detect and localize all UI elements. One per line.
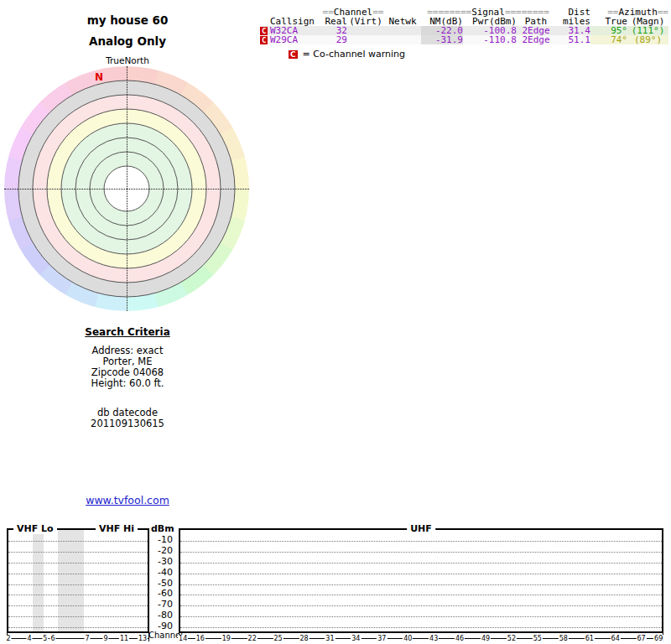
dbm-tick-label: -40 — [158, 568, 173, 578]
search-criteria-line: Height: 60.0 ft. — [52, 378, 203, 389]
station-row-1-magn: (89°) — [627, 35, 668, 44]
gridline--70dbm — [8, 605, 148, 606]
dbm-tick-label: -60 — [158, 589, 173, 599]
channel-tick-28: 28 — [299, 635, 309, 642]
vhf-lo-label: VHF Lo — [13, 523, 57, 534]
station-row-1-nm: -31.9 — [421, 35, 463, 44]
station-row-1-miles: 51.1 — [555, 35, 590, 44]
gridline--90dbm — [8, 627, 148, 628]
station-row-1-badge: C — [260, 35, 270, 44]
gridline--30dbm — [8, 563, 148, 564]
channel-axis-title: Channel — [148, 631, 179, 640]
station-row-1-pwr: -110.8 — [463, 35, 517, 44]
gridline--80dbm — [180, 616, 662, 617]
channel-tick-61: 61 — [585, 635, 595, 642]
channel-tick-13: 13 — [138, 635, 148, 642]
gridline--50dbm — [8, 584, 148, 585]
vhf-hi-label: VHF Hi — [96, 523, 138, 534]
page-title: my house 60 — [52, 13, 203, 27]
channel-tick-46: 46 — [455, 635, 465, 642]
channel-tick-11: 11 — [119, 635, 129, 642]
channel-tick-16: 16 — [195, 635, 205, 642]
dbm-tick-label: -50 — [158, 579, 173, 589]
dbm-tick-label: -10 — [158, 535, 173, 545]
db-datecode: db datecode 201109130615 — [52, 408, 203, 429]
uhf-label: UHF — [407, 523, 435, 534]
channel-tick-67: 67 — [636, 635, 646, 642]
gridline--30dbm — [180, 563, 662, 564]
channel-tick-4: 4 — [26, 635, 32, 642]
channel-tick-2: 2 — [5, 635, 11, 642]
uhf-chart-panel: UHF — [179, 528, 663, 633]
station-row-1-real: 29 — [322, 35, 347, 44]
uhf-channel-axis: 1416192225283134374043464952555861646769 — [179, 633, 663, 644]
gridline--90dbm — [180, 627, 662, 628]
dbm-tick-label: -30 — [158, 557, 173, 567]
station-row-0-virt — [347, 26, 384, 35]
true-north-label: TrueNorth — [52, 55, 203, 65]
gridline--60dbm — [8, 595, 148, 595]
station-table: ==Channel== ========Signal======== Dist … — [260, 8, 668, 44]
gridline--20dbm — [180, 552, 662, 553]
channel-tick-14: 14 — [178, 635, 188, 642]
channel-tick-7: 7 — [85, 635, 91, 642]
channel-tick-58: 58 — [559, 635, 569, 642]
gridline--70dbm — [180, 605, 662, 606]
tvfool-link[interactable]: www.tvfool.com — [86, 494, 169, 506]
station-row-0-netwk — [384, 26, 421, 35]
channel-tick-43: 43 — [429, 635, 439, 642]
vhf-channel-axis: 2456791113 — [7, 633, 149, 644]
co-channel-legend-text: = Co-channel warning — [303, 49, 405, 60]
gridline--20dbm — [8, 552, 148, 553]
gridline--40dbm — [8, 574, 148, 574]
channel-tick-37: 37 — [377, 635, 387, 642]
channel-tick-34: 34 — [351, 635, 361, 642]
channel-tick-22: 22 — [247, 635, 257, 642]
co-channel-legend: C= Co-channel warning — [289, 49, 405, 60]
station-row-1-netwk — [384, 35, 421, 44]
table-spacer — [260, 17, 270, 26]
channel-tick-31: 31 — [325, 635, 335, 642]
dbm-tick-label: -70 — [158, 600, 173, 610]
co-channel-warning-badge: C — [260, 36, 268, 44]
gridline--80dbm — [8, 616, 148, 617]
dbm-axis-ticks: -10-20-30-40-50-60-70-80-90 — [151, 528, 173, 633]
channel-tick-19: 19 — [221, 635, 231, 642]
channel-tick-9: 9 — [102, 635, 108, 642]
axis-tick — [148, 633, 149, 641]
crosshair-horizontal — [4, 189, 249, 190]
gridline--50dbm — [180, 584, 662, 585]
channel-tick-64: 64 — [611, 635, 621, 642]
db-datecode-value: 201109130615 — [52, 418, 203, 429]
station-row-1-path: 2Edge — [517, 35, 555, 44]
page-subtitle: Analog Only — [52, 34, 203, 48]
gridline--10dbm — [8, 541, 148, 542]
channel-tick-5: 5 — [42, 635, 48, 642]
channel-tick-6: 6 — [50, 635, 56, 642]
search-criteria-lines: Address: exactPorter, MEZipcode 04068Hei… — [52, 345, 203, 389]
co-channel-warning-badge: C — [289, 50, 298, 59]
station-row-1-true: 74° — [590, 35, 627, 44]
channel-tick-25: 25 — [273, 635, 283, 642]
signal-compass-plot: N — [4, 66, 249, 311]
gridline--10dbm — [180, 541, 662, 542]
channel-tick-69: 69 — [653, 635, 663, 642]
magnetic-north-marker: N — [95, 71, 103, 83]
station-row-0-badge: C — [260, 26, 270, 35]
vhf-chart-panel: VHF Lo VHF Hi — [7, 528, 149, 633]
channel-tick-40: 40 — [403, 635, 413, 642]
co-channel-warning-badge: C — [260, 27, 268, 35]
gridline--60dbm — [180, 595, 662, 595]
channel-tick-55: 55 — [533, 635, 543, 642]
site-link-wrap: www.tvfool.com — [52, 494, 203, 506]
search-criteria-title: Search Criteria — [52, 326, 203, 338]
dbm-tick-label: -20 — [158, 546, 173, 556]
channel-tick-49: 49 — [481, 635, 491, 642]
dbm-tick-label: -80 — [158, 610, 173, 621]
channel-tick-52: 52 — [507, 635, 517, 642]
station-row-1-callsign: W29CA — [270, 35, 322, 44]
station-row-1-virt — [347, 35, 384, 44]
gridline--40dbm — [180, 574, 662, 574]
